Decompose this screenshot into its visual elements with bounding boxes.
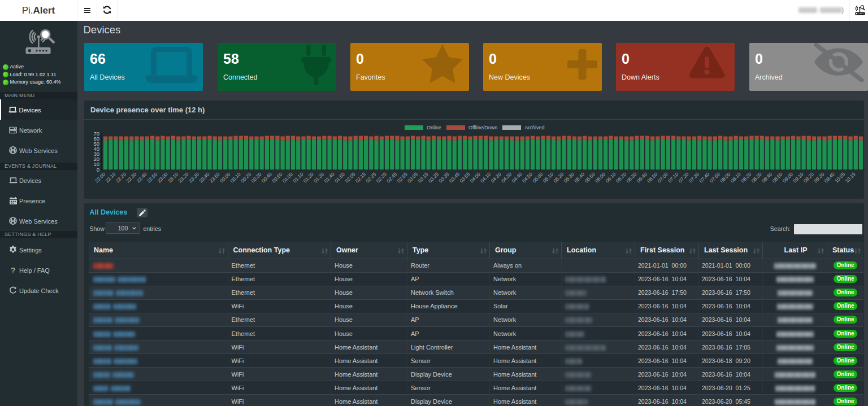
svg-text:22:10: 22:10 [104,171,116,184]
svg-text:09:10: 09:10 [792,171,804,184]
svg-text:07:50: 07:50 [709,171,721,184]
svg-text:08:50: 08:50 [771,171,783,184]
svg-text:22:50: 22:50 [146,171,158,184]
svg-text:07:30: 07:30 [688,171,700,184]
svg-text:08:00: 08:00 [719,171,731,184]
svg-text:23:10: 23:10 [167,171,179,184]
svg-text:04:50: 04:50 [521,171,533,184]
svg-text:00:00: 00:00 [219,171,231,184]
svg-text:09:00: 09:00 [782,171,794,184]
svg-text:02:25: 02:25 [364,171,377,184]
svg-text:00:10: 00:10 [229,171,242,184]
svg-text:00:20: 00:20 [240,171,252,184]
svg-text:22:30: 22:30 [125,171,137,184]
svg-text:22:20: 22:20 [115,171,127,184]
svg-text:06:00: 06:00 [594,171,606,184]
svg-text:01:50: 01:50 [333,171,346,184]
svg-text:06:20: 06:20 [615,171,627,184]
svg-text:05:30: 05:30 [563,171,575,184]
svg-text:06:10: 06:10 [604,171,617,184]
svg-text:07:40: 07:40 [698,171,710,184]
svg-text:06:30: 06:30 [625,171,637,184]
svg-text:23:00: 23:00 [156,171,168,184]
svg-text:00:50: 00:50 [271,171,283,184]
svg-text:04:30: 04:30 [500,171,513,184]
svg-text:09:40: 09:40 [823,171,836,184]
svg-text:10:05: 10:05 [834,171,846,184]
svg-text:04:10: 04:10 [479,171,492,184]
svg-text:23:50: 23:50 [209,171,221,184]
svg-text:00:40: 00:40 [261,171,273,184]
svg-text:23:30: 23:30 [188,171,200,184]
svg-text:02:35: 02:35 [375,171,388,184]
svg-text:01:10: 01:10 [292,171,304,184]
svg-text:03:35: 03:35 [437,171,450,184]
svg-text:07:00: 07:00 [657,171,669,184]
svg-text:05:20: 05:20 [552,171,565,184]
svg-text:03:05: 03:05 [406,171,419,184]
svg-text:07:20: 07:20 [677,171,689,184]
svg-text:05:00: 05:00 [531,171,544,184]
svg-text:01:20: 01:20 [302,171,315,184]
svg-text:00:30: 00:30 [250,171,262,184]
svg-text:70: 70 [93,130,99,137]
svg-text:10:15: 10:15 [844,171,857,184]
svg-text:02:05: 02:05 [344,171,356,184]
svg-text:23:20: 23:20 [177,171,189,184]
svg-text:02:15: 02:15 [354,171,367,184]
svg-text:01:40: 01:40 [323,171,336,184]
svg-text:22:40: 22:40 [136,171,148,184]
svg-text:09:20: 09:20 [802,171,815,184]
svg-text:01:00: 01:00 [281,171,294,184]
svg-text:02:55: 02:55 [396,171,409,184]
svg-text:23:40: 23:40 [198,171,210,184]
svg-text:03:15: 03:15 [416,171,429,184]
svg-text:08:10: 08:10 [730,171,742,184]
svg-text:22:00: 22:00 [94,171,106,184]
svg-text:08:40: 08:40 [761,171,773,184]
svg-text:09:30: 09:30 [813,171,825,184]
svg-text:04:20: 04:20 [490,171,502,184]
svg-text:06:50: 06:50 [646,171,658,184]
svg-text:07:10: 07:10 [667,171,679,184]
svg-text:03:55: 03:55 [458,171,471,184]
svg-text:03:45: 03:45 [448,171,461,184]
svg-text:02:45: 02:45 [385,171,398,184]
svg-text:08:30: 08:30 [750,171,763,184]
svg-text:06:40: 06:40 [636,171,648,184]
svg-text:08:20: 08:20 [740,171,752,184]
svg-text:01:30: 01:30 [313,171,325,184]
svg-text:04:00: 04:00 [469,171,481,184]
svg-text:05:40: 05:40 [573,171,585,184]
svg-text:03:25: 03:25 [427,171,440,184]
svg-text:04:40: 04:40 [510,171,523,184]
svg-text:05:50: 05:50 [584,171,596,184]
svg-text:05:10: 05:10 [542,171,554,184]
